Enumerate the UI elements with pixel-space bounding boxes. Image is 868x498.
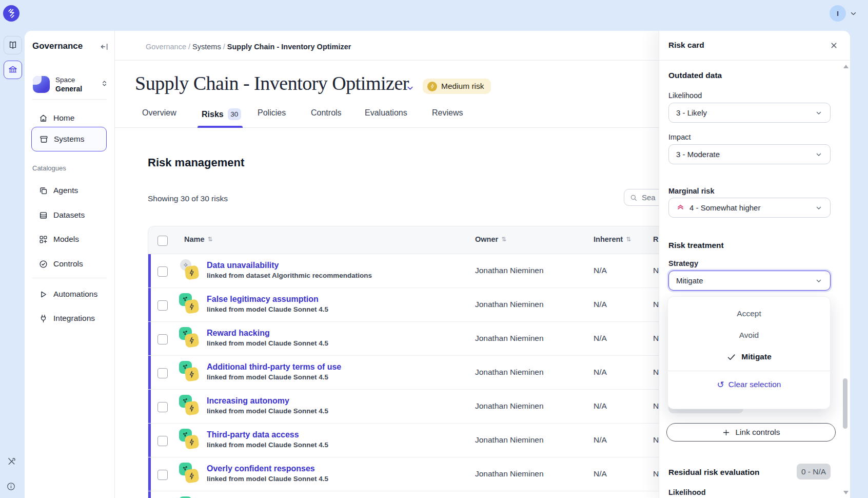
breadcrumb-separator: /	[188, 43, 190, 51]
column-header-residual-clipped[interactable]: R	[653, 235, 658, 243]
risk-name-link[interactable]: Reward hacking	[207, 328, 328, 338]
impact-value: 3 - Moderate	[676, 150, 720, 159]
sidebar-item-label: Datasets	[53, 210, 85, 220]
breadcrumb-governance[interactable]: Governance	[146, 43, 186, 51]
breadcrumb-systems[interactable]: Systems	[192, 43, 221, 51]
app-window: I Governance Space General Home Systems …	[0, 0, 868, 498]
row-checkbox[interactable]	[157, 470, 168, 480]
main-surface: Governance Space General Home Systems Ca…	[25, 31, 850, 498]
risk-linked-from: linked from model Claude Sonnet 4.5	[207, 373, 328, 381]
chevron-down-icon	[849, 9, 858, 18]
column-header-name[interactable]: Name⇅	[184, 235, 213, 243]
sidebar-item-automations[interactable]: Automations	[31, 284, 107, 304]
sidebar-item-label: Agents	[53, 186, 78, 195]
panel-title: Risk card	[668, 41, 704, 50]
scrollbar-thumb[interactable]	[843, 378, 847, 429]
tab-policies[interactable]: Policies	[258, 108, 286, 118]
app-logo[interactable]	[3, 5, 19, 22]
rail-governance-button[interactable]	[4, 61, 22, 79]
residual-cell-clipped: N	[653, 435, 659, 445]
row-checkbox[interactable]	[157, 300, 168, 311]
account-menu-chevron[interactable]	[849, 9, 858, 18]
menu-option-mitigate[interactable]: Mitigate	[668, 346, 830, 368]
panel-close-button[interactable]	[830, 41, 838, 50]
marginal-risk-select[interactable]: 4 - Somewhat higher	[668, 198, 831, 218]
sidebar-collapse-button[interactable]	[100, 42, 109, 51]
close-icon	[830, 41, 838, 50]
inherent-cell: N/A	[594, 368, 607, 377]
sidebar-item-integrations[interactable]: Integrations	[31, 308, 107, 329]
info-icon	[6, 482, 16, 491]
rail-info-button[interactable]	[6, 482, 16, 491]
menu-option-accept[interactable]: Accept	[668, 303, 830, 324]
row-accent-stripe	[148, 322, 151, 355]
database-icon	[38, 210, 48, 220]
user-avatar[interactable]: I	[830, 5, 846, 22]
risks-count-badge: 30	[228, 108, 241, 120]
breadcrumb-current: Supply Chain - Inventory Optimizer	[227, 43, 351, 51]
tab-controls[interactable]: Controls	[311, 108, 342, 118]
tools-icon	[6, 456, 17, 467]
row-accent-stripe	[148, 254, 151, 288]
risk-name-link[interactable]: Additional third-party terms of use	[207, 361, 341, 372]
book-icon	[8, 40, 18, 50]
space-avatar[interactable]	[33, 76, 50, 93]
row-checkbox[interactable]	[157, 368, 168, 378]
risk-name-link[interactable]: Increasing autonomy	[207, 395, 328, 406]
sidebar-item-label: Models	[53, 235, 79, 244]
sidebar-item-controls[interactable]: Controls	[31, 254, 107, 274]
risk-linked-from: linked from model Claude Sonnet 4.5	[207, 475, 328, 483]
owner-cell: Jonathan Nieminen	[475, 266, 544, 275]
risk-name-link[interactable]: Data unavailability	[207, 260, 372, 271]
residual-cell-clipped: N	[653, 300, 659, 309]
row-accent-stripe	[148, 288, 151, 321]
space-switcher[interactable]	[101, 80, 108, 87]
sidebar-item-label: Systems	[54, 135, 84, 144]
likelihood-label: Likelihood	[668, 91, 702, 100]
row-accent-stripe	[148, 457, 151, 491]
risk-icons	[179, 259, 202, 282]
sidebar-item-systems[interactable]: Systems	[31, 127, 107, 151]
column-header-owner[interactable]: Owner⇅	[475, 235, 506, 243]
risk-level-badge: Medium risk	[423, 79, 491, 94]
residual-cell-clipped: N	[653, 401, 659, 411]
rail-tools-button[interactable]	[6, 456, 17, 467]
clear-selection-button[interactable]: ↺ Clear selection	[668, 371, 830, 398]
likelihood-select[interactable]: 3 - Likely	[668, 103, 831, 123]
impact-select[interactable]: 3 - Moderate	[668, 144, 831, 164]
tab-risks[interactable]: Risks 30	[202, 108, 241, 120]
risk-icons	[179, 395, 202, 417]
strategy-select[interactable]: Mitigate	[668, 271, 831, 291]
undo-icon: ↺	[717, 379, 724, 390]
search-icon	[629, 194, 638, 202]
tab-overview[interactable]: Overview	[142, 108, 176, 118]
results-count: Showing 30 of 30 risks	[148, 194, 228, 203]
sidebar-item-home[interactable]: Home	[31, 108, 107, 128]
row-checkbox[interactable]	[157, 402, 168, 412]
rail-docs-button[interactable]	[4, 36, 22, 54]
sidebar-item-agents[interactable]: Agents	[31, 180, 107, 201]
risk-name-link[interactable]: Overly confident responses	[207, 463, 328, 474]
sidebar-item-models[interactable]: Models	[31, 229, 107, 250]
row-checkbox[interactable]	[157, 334, 168, 344]
row-checkbox[interactable]	[157, 266, 168, 277]
scrollbar-down-arrow[interactable]	[843, 491, 849, 494]
link-controls-button[interactable]: Link controls	[666, 423, 836, 442]
tab-reviews[interactable]: Reviews	[432, 108, 463, 118]
inherent-cell: N/A	[594, 266, 607, 275]
title-dropdown-chevron[interactable]	[405, 83, 415, 93]
owner-cell: Jonathan Nieminen	[475, 435, 544, 445]
scrollbar-up-arrow[interactable]	[843, 65, 849, 68]
menu-option-avoid[interactable]: Avoid	[668, 324, 830, 346]
tab-evaluations[interactable]: Evaluations	[365, 108, 407, 118]
sidebar-item-datasets[interactable]: Datasets	[31, 205, 107, 225]
check-circle-icon	[38, 259, 48, 269]
risk-name-link[interactable]: Third-party data access	[207, 429, 328, 440]
column-header-inherent[interactable]: Inherent⇅	[594, 235, 631, 243]
grid-plus-icon	[38, 235, 48, 244]
risk-name-link[interactable]: False legitimacy assumption	[207, 294, 328, 304]
select-all-checkbox[interactable]	[157, 236, 168, 246]
sidebar-divider	[32, 278, 107, 278]
row-checkbox[interactable]	[157, 436, 168, 446]
sidebar-divider	[32, 99, 107, 100]
